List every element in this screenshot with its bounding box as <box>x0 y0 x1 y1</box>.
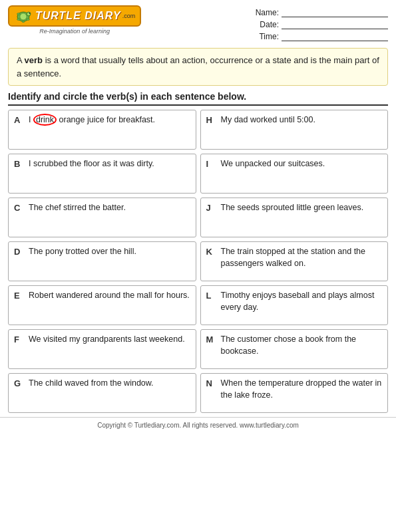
card-text-h: My dad worked until 5:00. <box>221 114 383 126</box>
svg-point-7 <box>27 19 30 21</box>
card-text-d: The pony trotted over the hill. <box>29 246 190 258</box>
card-letter-e: E <box>14 290 25 302</box>
logo-area: TURTLE DIARY .com Re-Imagination of lear… <box>8 5 141 35</box>
card-f: F We visited my grandparents last weeken… <box>8 329 196 369</box>
card-a: A I drink orange juice for breakfast. <box>8 110 196 150</box>
svg-point-6 <box>17 19 21 21</box>
circled-word-a: drink <box>33 114 57 126</box>
svg-point-1 <box>20 13 27 20</box>
card-letter-d: D <box>14 246 25 258</box>
card-letter-k: K <box>206 246 217 258</box>
card-text-a: I drink orange juice for breakfast. <box>29 114 190 126</box>
name-row: Name: <box>254 8 388 17</box>
info-box: A verb is a word that usually tells abou… <box>8 48 388 86</box>
svg-point-4 <box>29 13 31 14</box>
logo-tagline: Re-Imagination of learning <box>39 28 110 35</box>
card-letter-b: B <box>14 158 25 170</box>
logo-com: .com <box>122 13 136 19</box>
card-n: N When the temperature dropped the water… <box>200 373 389 413</box>
card-text-e: Robert wandered around the mall for hour… <box>29 290 190 302</box>
divider <box>8 104 388 106</box>
card-letter-i: I <box>206 158 217 170</box>
card-letter-l: L <box>206 290 217 302</box>
card-text-l: Timothy enjoys baseball and plays almost… <box>221 290 383 313</box>
instruction-text: Identify and circle the verb(s) in each … <box>8 91 388 102</box>
cards-grid: A I drink orange juice for breakfast. H … <box>0 110 396 413</box>
card-text-n: When the temperature dropped the water i… <box>221 378 383 401</box>
card-j: J The seeds sprouted little green leaves… <box>200 198 389 237</box>
date-label: Date: <box>254 20 279 29</box>
card-letter-g: G <box>14 378 25 390</box>
card-d: D The pony trotted over the hill. <box>8 241 196 281</box>
card-letter-c: C <box>14 202 25 214</box>
card-g: G The child waved from the window. <box>8 373 196 413</box>
logo-text: TURTLE DIARY <box>35 10 121 22</box>
card-letter-n: N <box>206 378 217 390</box>
time-row: Time: <box>254 32 388 41</box>
footer: Copyright © Turtlediary.com. All rights … <box>0 417 396 434</box>
card-i: I We unpacked our suitcases. <box>200 154 389 194</box>
time-label: Time: <box>254 32 279 41</box>
date-row: Date: <box>254 20 388 29</box>
card-c: C The chef stirred the batter. <box>8 198 196 237</box>
svg-point-5 <box>17 13 21 15</box>
card-letter-m: M <box>206 334 217 346</box>
card-text-m: The customer chose a book from the bookc… <box>221 334 383 357</box>
turtle-icon <box>14 9 33 23</box>
card-m: M The customer chose a book from the boo… <box>200 329 389 369</box>
card-text-g: The child waved from the window. <box>29 378 190 390</box>
name-fields: Name: Date: Time: <box>254 5 388 41</box>
card-h: H My dad worked until 5:00. <box>200 110 389 150</box>
card-text-c: The chef stirred the batter. <box>29 202 190 214</box>
verb-word: verb <box>25 55 43 65</box>
card-letter-a: A <box>14 114 25 126</box>
card-text-k: The train stopped at the station and the… <box>221 246 383 269</box>
info-prefix: A <box>17 55 25 65</box>
card-letter-h: H <box>206 114 217 126</box>
card-l: L Timothy enjoys baseball and plays almo… <box>200 285 389 325</box>
card-letter-f: F <box>14 334 25 346</box>
page-header: TURTLE DIARY .com Re-Imagination of lear… <box>0 0 396 44</box>
card-e: E Robert wandered around the mall for ho… <box>8 285 196 325</box>
card-k: K The train stopped at the station and t… <box>200 241 389 281</box>
name-label: Name: <box>254 8 279 17</box>
card-text-i: We unpacked our suitcases. <box>221 158 383 170</box>
info-suffix: is a word that usually tells about an ac… <box>17 55 379 78</box>
card-letter-j: J <box>206 202 217 214</box>
name-line <box>282 8 388 17</box>
card-text-j: The seeds sprouted little green leaves. <box>221 202 383 214</box>
date-line <box>282 20 388 29</box>
time-line <box>282 32 388 41</box>
card-text-f: We visited my grandparents last weekend. <box>29 334 190 346</box>
card-b: B I scrubbed the floor as it was dirty. <box>8 154 196 194</box>
card-text-b: I scrubbed the floor as it was dirty. <box>29 158 190 170</box>
svg-point-8 <box>22 21 25 22</box>
logo-box: TURTLE DIARY .com <box>8 5 141 27</box>
